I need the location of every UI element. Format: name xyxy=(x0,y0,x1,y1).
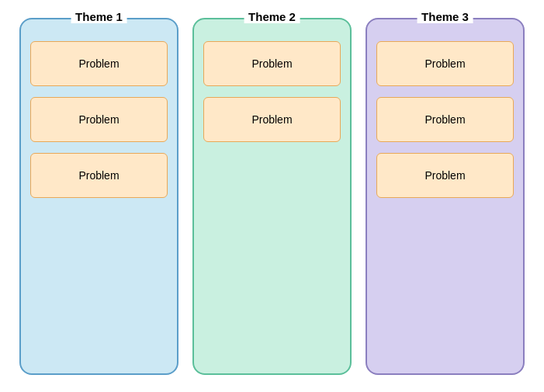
list-item: Problem xyxy=(30,97,168,142)
list-item: Problem xyxy=(203,41,341,86)
problem-label: Problem xyxy=(251,57,292,70)
theme-3-problems: Problem Problem Problem xyxy=(376,41,514,198)
list-item: Problem xyxy=(376,41,514,86)
problem-label: Problem xyxy=(424,57,465,70)
theme-2-title: Theme 2 xyxy=(244,10,300,23)
theme-3-title: Theme 3 xyxy=(417,10,473,23)
list-item: Problem xyxy=(30,153,168,198)
theme-1-box: Theme 1 Problem Problem Problem xyxy=(19,18,178,375)
problem-label: Problem xyxy=(424,113,465,126)
list-item: Problem xyxy=(203,97,341,142)
problem-label: Problem xyxy=(251,113,292,126)
theme-3-box: Theme 3 Problem Problem Problem xyxy=(366,18,525,375)
problem-label: Problem xyxy=(78,169,119,182)
problem-label: Problem xyxy=(78,57,119,70)
list-item: Problem xyxy=(376,97,514,142)
problem-label: Problem xyxy=(78,113,119,126)
theme-1-title: Theme 1 xyxy=(71,10,127,23)
list-item: Problem xyxy=(376,153,514,198)
theme-1-problems: Problem Problem Problem xyxy=(30,41,168,198)
themes-container: Theme 1 Problem Problem Problem Theme 2 … xyxy=(12,10,532,383)
list-item: Problem xyxy=(30,41,168,86)
theme-2-problems: Problem Problem xyxy=(203,41,341,142)
problem-label: Problem xyxy=(424,169,465,182)
theme-2-box: Theme 2 Problem Problem xyxy=(192,18,352,375)
